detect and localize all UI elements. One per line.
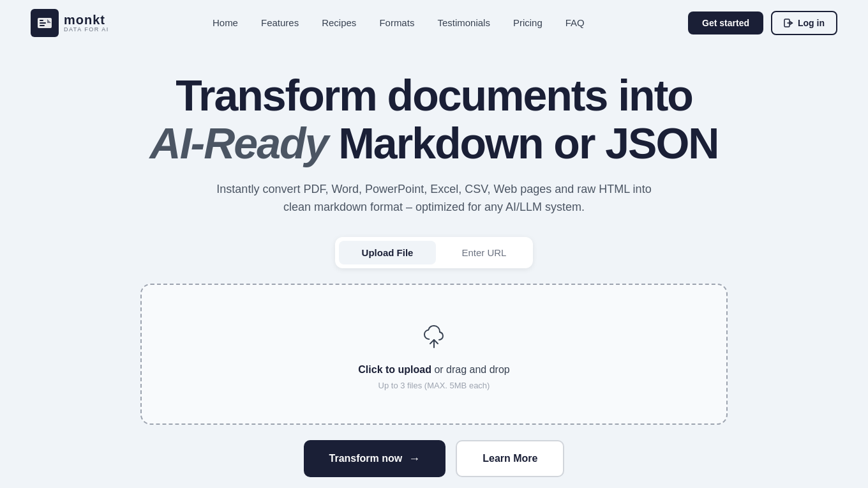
login-button[interactable]: Log in: [771, 11, 837, 35]
nav-item-pricing[interactable]: Pricing: [513, 17, 542, 29]
nav-link-features[interactable]: Features: [261, 17, 299, 28]
nav-item-features[interactable]: Features: [261, 17, 299, 29]
upload-text-main: Click to upload or drag and drop: [358, 364, 509, 376]
svg-rect-1: [40, 20, 43, 21]
main-nav: monkt Data for AI Home Features Recipes …: [0, 0, 868, 46]
login-icon: [784, 18, 794, 28]
get-started-button[interactable]: Get started: [688, 11, 763, 34]
logo-text: monkt Data for AI: [64, 13, 109, 33]
upload-dropzone[interactable]: Click to upload or drag and drop Up to 3…: [140, 284, 728, 425]
transform-button[interactable]: Transform now →: [304, 440, 446, 477]
hero-title-main: Markdown or JSON: [327, 119, 718, 167]
nav-item-testimonials[interactable]: Testimonials: [437, 17, 490, 29]
monkt-logo-icon: [36, 14, 54, 32]
learn-more-button[interactable]: Learn More: [456, 440, 564, 477]
nav-link-formats[interactable]: Formats: [379, 17, 414, 28]
nav-link-faq[interactable]: FAQ: [565, 17, 585, 28]
input-tabs: Upload File Enter URL: [335, 237, 534, 268]
logo-brand: monkt: [64, 13, 109, 27]
upload-cloud-icon: [416, 318, 452, 354]
hero-section: Transform documents into AI-Ready Markdo…: [0, 46, 868, 477]
nav-link-pricing[interactable]: Pricing: [513, 17, 542, 28]
nav-links: Home Features Recipes Formats Testimonia…: [213, 17, 585, 29]
hero-title-line1: Transform documents into: [176, 71, 692, 119]
upload-drag-text: or drag and drop: [431, 364, 510, 375]
arrow-right-icon: →: [408, 452, 420, 466]
transform-label: Transform now: [329, 453, 403, 464]
hero-title-ai-ready: AI-Ready: [150, 119, 328, 167]
nav-actions: Get started Log in: [688, 11, 837, 35]
svg-rect-2: [40, 22, 46, 24]
nav-item-recipes[interactable]: Recipes: [322, 17, 356, 29]
logo[interactable]: monkt Data for AI: [31, 9, 109, 37]
logo-icon-box: [31, 9, 59, 37]
hero-subtitle: Instantly convert PDF, Word, PowerPoint,…: [211, 180, 657, 217]
tab-enter-url[interactable]: Enter URL: [438, 241, 529, 264]
upload-subtext: Up to 3 files (MAX. 5MB each): [378, 381, 490, 390]
nav-link-home[interactable]: Home: [213, 17, 238, 28]
nav-item-faq[interactable]: FAQ: [565, 17, 585, 29]
nav-link-testimonials[interactable]: Testimonials: [437, 17, 490, 28]
nav-item-home[interactable]: Home: [213, 17, 238, 29]
hero-title: Transform documents into AI-Ready Markdo…: [150, 72, 719, 167]
login-label: Log in: [798, 18, 825, 28]
action-buttons: Transform now → Learn More: [304, 440, 565, 477]
logo-tagline: Data for AI: [64, 27, 109, 33]
nav-item-formats[interactable]: Formats: [379, 17, 414, 29]
svg-rect-3: [40, 25, 45, 26]
tab-upload-file[interactable]: Upload File: [339, 241, 437, 264]
upload-click-text: Click to upload: [358, 364, 431, 375]
nav-link-recipes[interactable]: Recipes: [322, 17, 356, 28]
